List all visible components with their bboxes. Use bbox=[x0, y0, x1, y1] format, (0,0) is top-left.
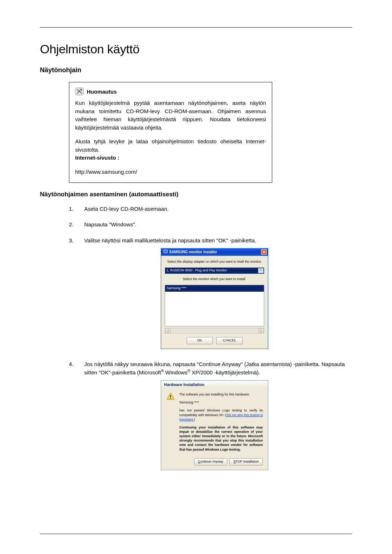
installer-app-icon bbox=[163, 249, 168, 255]
step-4-sup2: ® bbox=[187, 369, 190, 373]
continue-anyway-button[interactable]: Continue Anyway bbox=[194, 458, 228, 465]
samsung-installer-window: SAMSUNG monitor installer ✕ Select the d… bbox=[161, 248, 268, 349]
step-4-num: 4. bbox=[69, 360, 76, 474]
note-body: Kun käyttöjärjestelmä pyytää asentamaan … bbox=[75, 99, 266, 176]
step-1: 1. Aseta CD-levy CD-ROM-asemaan. bbox=[69, 205, 345, 213]
installer-screenshot: SAMSUNG monitor installer ✕ Select the d… bbox=[84, 248, 345, 349]
note-heading-text: Huomautus bbox=[87, 89, 117, 95]
step-3-num: 3. bbox=[69, 236, 76, 353]
hw-p2b: ) bbox=[194, 418, 195, 421]
step-1-num: 1. bbox=[69, 205, 76, 213]
note-icon bbox=[75, 87, 84, 95]
note-box: Huomautus Kun käyttöjärjestelmä pyytää a… bbox=[69, 82, 272, 183]
note-para2: Alusta tyhjä levyke ja lataa ohjainohjel… bbox=[75, 138, 266, 162]
steps-list: 1. Aseta CD-levy CD-ROM-asemaan. 2. Naps… bbox=[69, 205, 345, 474]
warning-icon bbox=[166, 392, 175, 401]
page-title: Ohjelmiston käyttö bbox=[40, 42, 352, 56]
hw-p2: has not passed Windows Logo testing to v… bbox=[179, 408, 263, 421]
step-4-text: Jos näytöllä näkyy seuraava ikkuna, naps… bbox=[84, 360, 345, 474]
section-title: Näytönohjain bbox=[40, 66, 352, 74]
installer-buttons: OK CANCEL bbox=[165, 337, 264, 344]
stop-rest: TOP Installation bbox=[236, 459, 259, 464]
step-3-text: Valitse näyttösi malli malliluettelosta … bbox=[84, 236, 345, 353]
installer-title-text: SAMSUNG monitor installer bbox=[169, 249, 217, 255]
list-item[interactable]: Samsung **** bbox=[165, 285, 264, 292]
stop-installation-button[interactable]: STOP Installation bbox=[229, 458, 263, 465]
monitor-listbox[interactable]: Samsung **** bbox=[165, 285, 264, 327]
step-3-text-span: Valitse näyttösi malli malliluettelosta … bbox=[84, 237, 256, 243]
ok-button[interactable]: OK bbox=[187, 337, 213, 344]
internet-site-label: Internet-sivusto : bbox=[75, 155, 119, 161]
note-url: http://www.samsung.com/ bbox=[75, 168, 266, 176]
continue-rest: ontinue Anyway bbox=[200, 459, 223, 464]
note-para1: Kun käyttöjärjestelmä pyytää asentamaan … bbox=[75, 99, 266, 132]
close-icon[interactable]: ✕ bbox=[261, 249, 267, 255]
step-2-text: Napsauta "Windows". bbox=[84, 220, 345, 229]
hw-warning-text: Continuing your installation of this sof… bbox=[179, 425, 263, 452]
svg-rect-2 bbox=[170, 395, 171, 397]
horizontal-scrollbar[interactable]: ◄ ► bbox=[165, 328, 264, 333]
step-1-text: Aseta CD-levy CD-ROM-asemaan. bbox=[84, 205, 345, 213]
svg-rect-3 bbox=[170, 398, 171, 399]
bottom-rule bbox=[40, 534, 352, 534]
chevron-down-icon[interactable]: ▼ bbox=[258, 268, 264, 273]
hw-title: Hardware Installation bbox=[161, 381, 268, 388]
svg-rect-1 bbox=[164, 250, 167, 253]
step-2-num: 2. bbox=[69, 220, 76, 229]
note-header: Huomautus bbox=[75, 87, 266, 95]
top-rule bbox=[40, 27, 352, 28]
hardware-installation-dialog: Hardware Installation The software you a… bbox=[161, 380, 268, 470]
display-adapter-value: 1. RADEON 9550 : Plug and Play Monitor bbox=[167, 268, 227, 273]
step-4-post: XP/2000 -käyttöjärjestelmä). bbox=[190, 369, 260, 376]
hw-p1: The software you are installing for this… bbox=[179, 392, 263, 397]
hw-buttons: Continue Anyway STOP Installation bbox=[161, 458, 268, 465]
step-3: 3. Valitse näyttösi malli malliluettelos… bbox=[69, 236, 345, 353]
installer-label-2: Select the monitor which you want to ins… bbox=[165, 277, 264, 282]
hw-text: The software you are installing for this… bbox=[179, 392, 263, 455]
step-2: 2. Napsauta "Windows". bbox=[69, 220, 345, 229]
hw-device: Samsung **** bbox=[179, 400, 263, 405]
hw-body: The software you are installing for this… bbox=[161, 388, 268, 458]
scroll-left-icon[interactable]: ◄ bbox=[165, 328, 171, 333]
cancel-button[interactable]: CANCEL bbox=[216, 337, 242, 344]
subsection-title: Näytönohjaimen asentaminen (automaattise… bbox=[40, 191, 352, 198]
step-4: 4. Jos näytöllä näkyy seuraava ikkuna, n… bbox=[69, 360, 345, 474]
display-adapter-select[interactable]: 1. RADEON 9550 : Plug and Play Monitor ▼ bbox=[165, 267, 264, 274]
scroll-right-icon[interactable]: ► bbox=[258, 328, 264, 333]
note-para2-text: Alusta tyhjä levyke ja lataa ohjainohjel… bbox=[75, 138, 266, 153]
installer-body: Select the display adapter on which you … bbox=[161, 256, 268, 349]
installer-label-1: Select the display adapter on which you … bbox=[165, 259, 264, 264]
installer-titlebar: SAMSUNG monitor installer ✕ bbox=[161, 249, 268, 256]
step-4-mid: Windows bbox=[164, 369, 187, 376]
hw-install-screenshot: Hardware Installation The software you a… bbox=[84, 380, 345, 470]
